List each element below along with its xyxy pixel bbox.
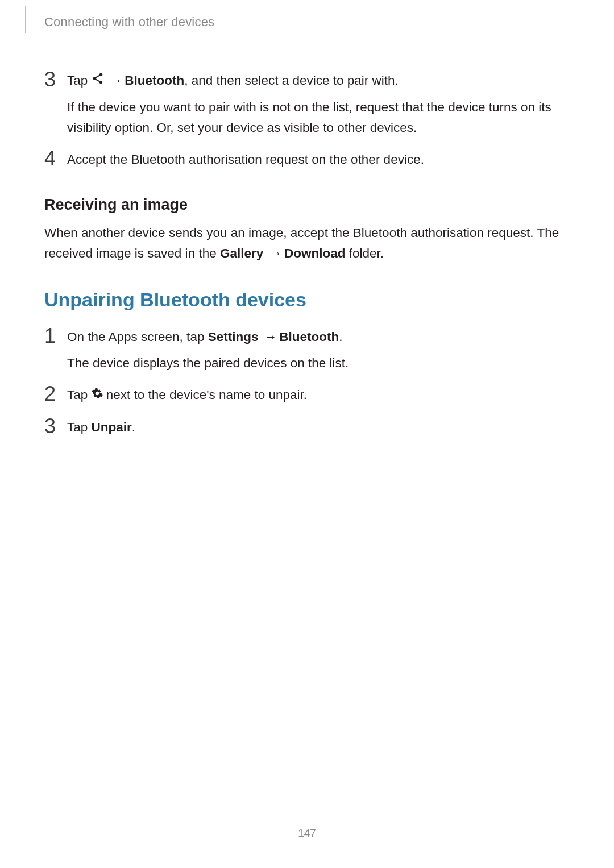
page-number: 147 bbox=[0, 827, 614, 840]
section-header: Connecting with other devices bbox=[44, 15, 570, 30]
bold-label: Gallery bbox=[220, 246, 263, 260]
step-number: 1 bbox=[44, 326, 58, 346]
bold-label: Settings bbox=[208, 330, 259, 344]
bold-label: Download bbox=[284, 246, 346, 260]
step-number: 4 bbox=[44, 148, 58, 169]
step-subtext: If the device you want to pair with is n… bbox=[67, 97, 570, 138]
step-number: 2 bbox=[44, 384, 58, 404]
text: Tap bbox=[67, 73, 92, 88]
text: Tap bbox=[67, 388, 92, 402]
text: . bbox=[339, 330, 342, 344]
text: next to the device's name to unpair. bbox=[103, 388, 308, 402]
step-body: On the Apps screen, tap Settings →Blueto… bbox=[67, 326, 570, 373]
unpair-step-1: 1 On the Apps screen, tap Settings →Blue… bbox=[44, 326, 570, 373]
share-icon bbox=[92, 70, 104, 91]
text: Accept the Bluetooth authorisation reque… bbox=[67, 152, 424, 167]
header-rule bbox=[25, 6, 26, 33]
svg-rect-3 bbox=[94, 74, 101, 78]
arrow-icon: → bbox=[262, 330, 280, 344]
step-number: 3 bbox=[44, 416, 58, 437]
heading-unpairing-bluetooth-devices: Unpairing Bluetooth devices bbox=[44, 289, 570, 311]
text: folder. bbox=[346, 246, 384, 260]
step-3: 3 Tap →Bluetooth, and then select a devi… bbox=[44, 69, 570, 138]
heading-receiving-an-image: Receiving an image bbox=[44, 196, 570, 214]
page: Connecting with other devices 3 Tap →Blu… bbox=[0, 0, 614, 868]
step-body: Tap Unpair. bbox=[67, 416, 570, 438]
step-4: 4 Accept the Bluetooth authorisation req… bbox=[44, 148, 570, 170]
step-body: Tap →Bluetooth, and then select a device… bbox=[67, 69, 570, 138]
unpair-step-2: 2 Tap next to the device's name to unpai… bbox=[44, 384, 570, 406]
arrow-icon: → bbox=[267, 246, 285, 260]
text: On the Apps screen, tap bbox=[67, 330, 208, 344]
arrow-icon: → bbox=[107, 73, 125, 88]
step-body: Accept the Bluetooth authorisation reque… bbox=[67, 148, 570, 170]
paragraph-receiving: When another device sends you an image, … bbox=[44, 223, 570, 264]
svg-rect-4 bbox=[94, 78, 101, 83]
bold-label: Unpair bbox=[92, 420, 132, 434]
gear-icon bbox=[92, 385, 103, 405]
text: . bbox=[132, 420, 135, 434]
text: , and then select a device to pair with. bbox=[184, 73, 398, 88]
step-number: 3 bbox=[44, 69, 58, 90]
step-body: Tap next to the device's name to unpair. bbox=[67, 384, 570, 406]
unpair-step-3: 3 Tap Unpair. bbox=[44, 416, 570, 438]
text: Tap bbox=[67, 420, 92, 434]
bold-label: Bluetooth bbox=[279, 330, 339, 344]
step-subtext: The device displays the paired devices o… bbox=[67, 353, 570, 373]
bold-label: Bluetooth bbox=[125, 73, 184, 88]
